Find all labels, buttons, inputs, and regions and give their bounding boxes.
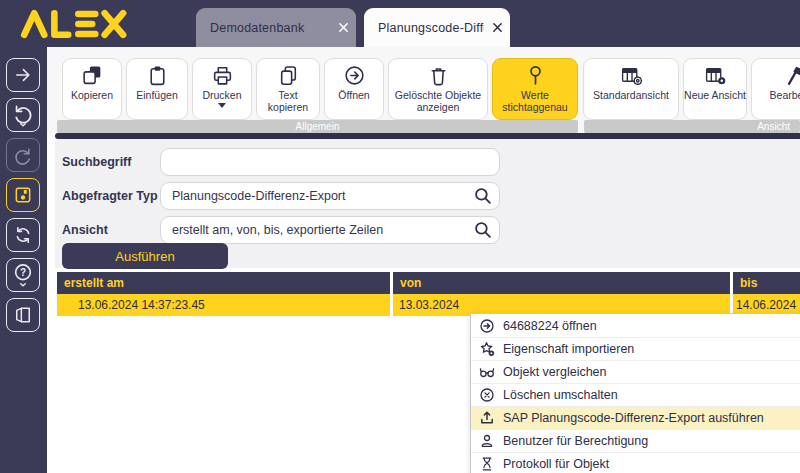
button-label: Einfügen — [136, 89, 177, 101]
new-view-button[interactable]: Neue Ansicht — [683, 58, 747, 120]
button-label: Bearbeiten — [770, 89, 800, 101]
search-term-label: Suchbegriff — [62, 155, 162, 169]
button-label: Gelöschte Objekte anzeigen — [389, 89, 487, 114]
print-button[interactable]: Drucken — [192, 58, 252, 120]
undo-icon — [12, 103, 34, 127]
copy-button[interactable]: Kopieren — [62, 58, 122, 120]
trash-icon — [427, 64, 450, 87]
pin-icon — [524, 64, 547, 87]
button-label: Drucken — [202, 89, 241, 101]
menu-item-toggle-delete[interactable]: Löschen umschalten — [471, 383, 800, 406]
column-label: von — [400, 276, 421, 290]
show-deleted-objects-button[interactable]: Gelöschte Objekte anzeigen — [388, 58, 488, 120]
pages-icon — [277, 64, 300, 87]
toolbar-group-allgemein: Allgemein — [57, 120, 578, 133]
hourglass-icon — [479, 456, 495, 472]
copy-text-button[interactable]: Text kopieren — [256, 58, 320, 120]
redo-button[interactable] — [6, 138, 40, 172]
help-icon: ? — [12, 263, 34, 287]
execute-button[interactable]: Ausführen — [62, 243, 228, 269]
tab-planungscode-differenz[interactable]: Planungscode-Differ… — [364, 8, 510, 47]
glasses-icon — [479, 364, 495, 380]
button-label: Standardansicht — [593, 89, 669, 101]
column-header-erstellt-am[interactable]: erstellt am — [57, 272, 390, 294]
queried-type-input[interactable] — [160, 182, 500, 210]
button-label: Werte stichtaggenau — [493, 89, 577, 114]
printer-icon — [211, 64, 234, 87]
queried-type-label: Abgefragter Typ — [62, 189, 162, 203]
svg-text:?: ? — [20, 267, 26, 278]
menu-item-open-object[interactable]: 64688224 öffnen — [471, 314, 800, 337]
alex-logo-icon — [12, 7, 140, 41]
tab-demodatenbank[interactable]: Demodatenbank — [196, 8, 356, 47]
search-icon[interactable] — [474, 187, 492, 205]
button-label: Öffnen — [338, 89, 369, 101]
menu-item-label: Protokoll für Objekt — [503, 457, 609, 471]
exit-button[interactable] — [6, 298, 40, 332]
cell-value: 13.03.2024 — [399, 298, 459, 312]
x-circle-icon — [479, 387, 495, 403]
standard-view-button[interactable]: Standardansicht — [583, 58, 679, 120]
open-circle-icon — [343, 64, 366, 87]
tab-close-icon[interactable] — [330, 22, 356, 33]
undo-button[interactable] — [6, 98, 40, 132]
save-button[interactable] — [6, 178, 40, 212]
menu-item-label: Löschen umschalten — [503, 388, 618, 402]
cell-value: 14.06.2024 — [736, 298, 796, 312]
view-input[interactable] — [160, 216, 500, 244]
button-label: Kopieren — [71, 89, 113, 101]
tab-label: Planungscode-Differ… — [364, 21, 484, 35]
refresh-icon — [13, 225, 33, 245]
help-button[interactable]: ? — [6, 258, 40, 292]
button-label: Neue Ansicht — [684, 89, 746, 101]
column-label: erstellt am — [64, 276, 124, 290]
view-label: Ansicht — [62, 223, 162, 237]
table-row-cell-erstellt-am[interactable]: 13.06.2024 14:37:23.45 — [57, 294, 390, 316]
forward-button[interactable] — [6, 58, 40, 92]
user-icon — [479, 433, 495, 449]
menu-item-label: Eigenschaft importieren — [503, 342, 634, 356]
cell-value: 13.06.2024 14:37:23.45 — [78, 298, 205, 312]
menu-item-label: SAP Planungscode-Differenz-Export ausfüh… — [503, 411, 764, 425]
werte-stichtaggenau-button[interactable]: Werte stichtaggenau — [492, 58, 578, 120]
group-label: Ansicht — [757, 121, 790, 132]
app-window: Demodatenbank Planungscode-Differ… — [0, 0, 800, 473]
menu-item-object-protocol[interactable]: Protokoll für Objekt — [471, 452, 800, 473]
column-header-bis[interactable]: bis — [733, 272, 800, 294]
toolbar-group-ansicht: Ansicht — [584, 120, 800, 133]
arrow-right-icon — [13, 65, 33, 85]
search-icon[interactable] — [474, 221, 492, 239]
button-label: Text kopieren — [257, 89, 319, 114]
open-circle-icon — [479, 318, 495, 334]
hammer-icon — [784, 64, 800, 87]
open-button[interactable]: Öffnen — [324, 58, 384, 120]
title-bar: Demodatenbank Planungscode-Differ… — [0, 0, 800, 47]
column-label: bis — [740, 276, 757, 290]
context-menu: 64688224 öffnen Eigenschaft importieren … — [470, 313, 800, 473]
clipboard-icon — [146, 64, 169, 87]
menu-item-user-authorization[interactable]: Benutzer für Berechtigung — [471, 429, 800, 452]
save-icon — [13, 185, 33, 205]
redo-icon — [13, 145, 33, 165]
search-term-input[interactable] — [160, 148, 500, 176]
exit-door-icon — [13, 305, 33, 325]
copy-icon — [81, 64, 104, 87]
star-import-icon — [479, 341, 495, 357]
column-header-von[interactable]: von — [393, 272, 730, 294]
paste-button[interactable]: Einfügen — [126, 58, 188, 120]
menu-item-compare-object[interactable]: Objekt vergleichen — [471, 360, 800, 383]
grid-gear-icon — [620, 64, 643, 87]
menu-item-label: Benutzer für Berechtigung — [503, 434, 648, 448]
grid-badge-icon — [704, 64, 727, 87]
upload-icon — [479, 410, 495, 426]
tab-close-icon[interactable] — [484, 22, 510, 33]
tab-label: Demodatenbank — [196, 21, 330, 35]
menu-item-sap-export[interactable]: SAP Planungscode-Differenz-Export ausfüh… — [471, 406, 800, 429]
menu-item-label: Objekt vergleichen — [503, 365, 607, 379]
refresh-button[interactable] — [6, 218, 40, 252]
left-sidebar: ? — [0, 47, 47, 473]
dropdown-chevron-icon — [218, 103, 226, 108]
edit-button[interactable]: Bearbeiten — [751, 58, 800, 120]
menu-item-label: 64688224 öffnen — [503, 319, 597, 333]
menu-item-import-property[interactable]: Eigenschaft importieren — [471, 337, 800, 360]
